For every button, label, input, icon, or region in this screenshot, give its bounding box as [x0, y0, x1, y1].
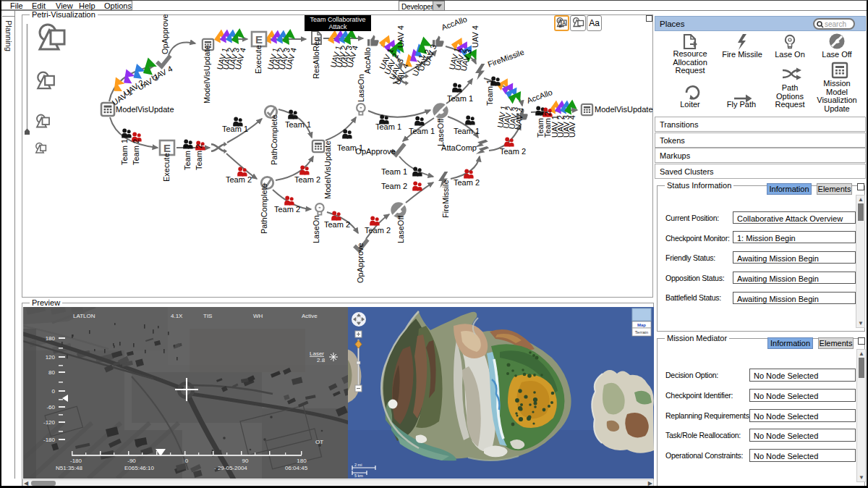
- svg-text:Team 2: Team 2: [324, 220, 350, 229]
- svg-text:FireMissile: FireMissile: [441, 180, 450, 218]
- svg-text:ModelVisUpdate: ModelVisUpdate: [203, 45, 211, 104]
- svg-text:AccAllo: AccAllo: [441, 14, 469, 32]
- svg-text:UAV 4: UAV 4: [471, 25, 480, 48]
- svg-text:Team 1: Team 1: [409, 127, 435, 135]
- svg-text:LaseOff: LaseOff: [436, 118, 445, 146]
- svg-text:Team 2: Team 2: [500, 147, 526, 156]
- svg-text:LaseOn: LaseOn: [357, 74, 365, 102]
- svg-text:AccAllo: AccAllo: [363, 47, 372, 74]
- svg-text:Team 2: Team 2: [381, 182, 407, 190]
- svg-text:OpApprove: OpApprove: [161, 14, 169, 54]
- svg-text:OpApprove: OpApprove: [356, 243, 365, 283]
- svg-text:AccAllo: AccAllo: [526, 88, 554, 105]
- svg-text:Team 2: Team 2: [454, 178, 480, 187]
- svg-text:OpApprove: OpApprove: [355, 147, 396, 156]
- svg-text:Team 2: Team 2: [294, 175, 320, 184]
- svg-text:ResAlloReq: ResAlloReq: [312, 37, 320, 79]
- svg-text:ModelVisUpdate: ModelVisUpdate: [116, 105, 174, 114]
- svg-text:Team 1: Team 1: [454, 127, 480, 135]
- svg-text:Team 1: Team 1: [485, 80, 494, 106]
- svg-text:Team 2: Team 2: [365, 226, 391, 235]
- svg-text:Team 1: Team 1: [222, 125, 248, 133]
- svg-text:AttaComp: AttaComp: [441, 143, 477, 152]
- svg-text:Team 1: Team 1: [447, 94, 473, 103]
- svg-text:Team 1: Team 1: [183, 144, 192, 170]
- svg-text:ModelVisUpdate: ModelVisUpdate: [323, 140, 332, 199]
- svg-text:FireMissile: FireMissile: [487, 48, 525, 69]
- svg-text:LaseOff: LaseOff: [396, 215, 405, 243]
- svg-text:PathComplete: PathComplete: [270, 114, 278, 165]
- svg-text:Execute: Execute: [254, 45, 263, 74]
- svg-text:LaseOn: LaseOn: [312, 215, 320, 243]
- svg-text:UAV 4: UAV 4: [396, 25, 405, 48]
- svg-text:Execute: Execute: [162, 153, 171, 182]
- svg-text:Team 2: Team 2: [132, 139, 140, 165]
- svg-text:PathComplete: PathComplete: [260, 183, 268, 234]
- svg-text:Team 1: Team 1: [375, 122, 401, 131]
- svg-text:Team 1: Team 1: [381, 167, 407, 176]
- svg-text:ModelVisUpdate: ModelVisUpdate: [595, 105, 653, 114]
- svg-text:Team 1: Team 1: [285, 120, 311, 129]
- svg-text:Team 2: Team 2: [226, 175, 252, 184]
- svg-text:UAV 4: UAV 4: [568, 115, 576, 138]
- svg-text:Team 2: Team 2: [195, 144, 203, 170]
- svg-text:Team 2: Team 2: [274, 205, 300, 214]
- svg-text:Team 1: Team 1: [120, 139, 129, 165]
